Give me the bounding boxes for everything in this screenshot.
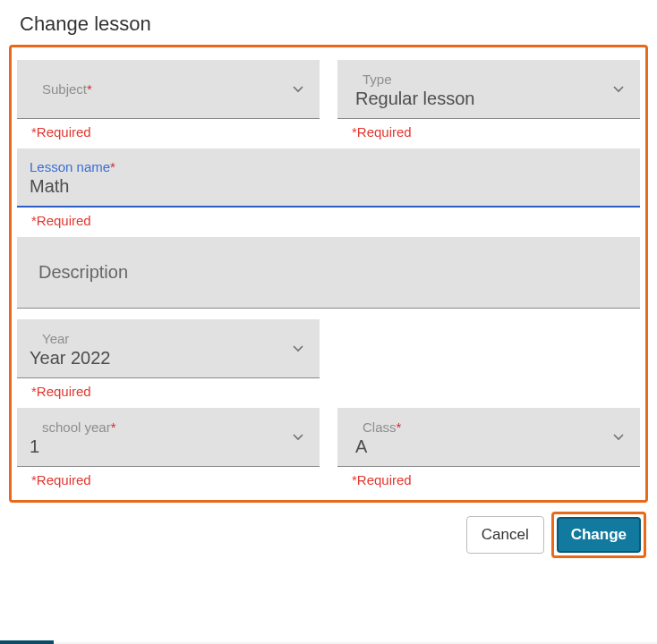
subject-label: Subject* — [30, 81, 307, 97]
year-value: Year 2022 — [30, 348, 307, 369]
class-select[interactable]: Class* A — [337, 408, 640, 467]
change-button-highlight: Change — [551, 512, 646, 558]
chevron-down-icon — [293, 345, 303, 352]
year-required-text: *Required — [17, 378, 320, 406]
chevron-down-icon — [293, 434, 303, 441]
class-required-text: *Required — [337, 467, 640, 495]
dialog-actions: Cancel Change — [0, 503, 657, 558]
class-label: Class* — [350, 419, 627, 435]
lesson-name-input[interactable]: Lesson name* Math — [17, 148, 640, 208]
cancel-button[interactable]: Cancel — [466, 516, 544, 554]
school-year-value: 1 — [30, 436, 307, 457]
type-label: Type — [350, 72, 627, 87]
type-required-text: *Required — [337, 119, 640, 147]
year-label: Year — [30, 331, 307, 346]
form-highlight-area: Subject* *Required Type Regular lesson — [9, 45, 648, 503]
school-year-select[interactable]: school year* 1 — [17, 408, 320, 467]
change-button[interactable]: Change — [557, 517, 641, 553]
subject-select[interactable]: Subject* — [17, 60, 320, 119]
chevron-down-icon — [293, 86, 303, 93]
subject-required-text: *Required — [17, 119, 320, 147]
change-lesson-dialog: Change lesson Subject* *Required Type — [0, 0, 657, 642]
dialog-title: Change lesson — [0, 0, 657, 45]
type-value: Regular lesson — [350, 89, 627, 109]
lesson-name-required-text: *Required — [17, 208, 640, 235]
type-select[interactable]: Type Regular lesson — [337, 60, 640, 119]
bottom-accent-bar — [0, 640, 54, 644]
lesson-name-label: Lesson name* — [30, 159, 627, 174]
chevron-down-icon — [613, 86, 624, 93]
description-input[interactable]: Description — [17, 237, 640, 309]
chevron-down-icon — [613, 434, 624, 441]
year-select[interactable]: Year Year 2022 — [17, 319, 320, 378]
school-year-required-text: *Required — [17, 467, 320, 495]
lesson-name-value: Math — [30, 176, 627, 197]
class-value: A — [350, 436, 627, 457]
description-label: Description — [30, 262, 627, 283]
school-year-label: school year* — [30, 419, 307, 435]
